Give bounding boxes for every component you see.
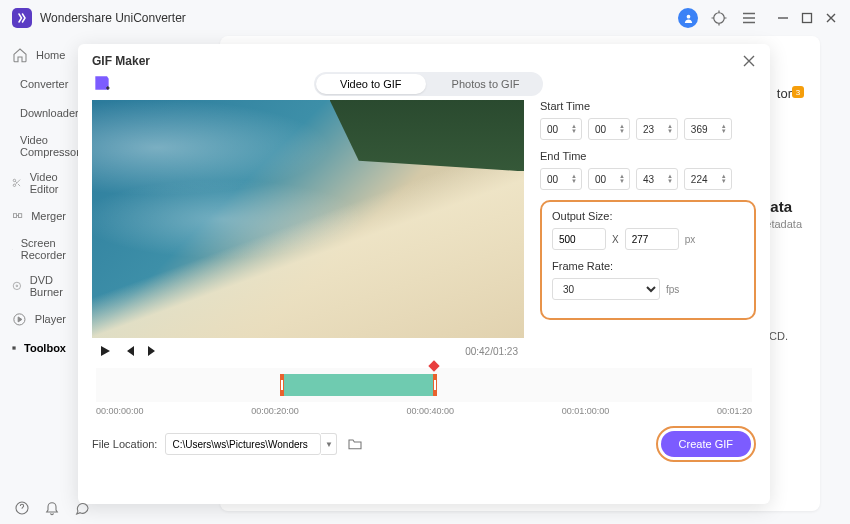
sidebar-label: Toolbox [24,342,66,354]
chevron-down-icon: ▼ [571,129,577,134]
close-icon[interactable] [742,54,756,68]
feedback-icon[interactable] [74,500,90,516]
end-seconds[interactable]: ▲▼ [636,168,678,190]
file-location-input[interactable] [165,433,321,455]
svg-point-1 [714,13,725,24]
gif-maker-modal: GIF Maker Video to GIF Photos to GIF [78,44,770,504]
scissors-icon [12,175,22,191]
sidebar-item-dvd[interactable]: DVD Burner [0,269,78,303]
modal-title: GIF Maker [92,54,150,68]
video-preview[interactable] [92,100,524,338]
start-time-label: Start Time [540,100,756,112]
window-maximize[interactable] [800,11,814,25]
titlebar: Wondershare UniConverter [0,0,850,36]
svg-rect-13 [13,346,14,347]
prev-frame-button[interactable] [122,344,136,358]
svg-point-4 [13,179,15,181]
end-hours[interactable]: ▲▼ [540,168,582,190]
svg-rect-2 [803,14,812,23]
end-time-label: End Time [540,150,756,162]
statusbar [0,492,104,524]
svg-rect-15 [13,348,14,349]
help-icon[interactable] [14,500,30,516]
bg-badge: 3 [792,86,804,98]
sidebar-label: Merger [31,210,66,222]
app-title: Wondershare UniConverter [40,11,186,25]
sidebar-item-home[interactable]: Home [0,42,78,68]
sidebar: Home Converter Downloader Video Compress… [0,36,78,492]
svg-rect-14 [14,346,15,347]
app-logo-icon [12,8,32,28]
window-minimize[interactable] [776,11,790,25]
sidebar-item-player[interactable]: Player [0,306,78,332]
tab-photos-to-gif[interactable]: Photos to GIF [428,72,544,96]
sidebar-item-compressor[interactable]: Video Compressor [0,129,78,163]
create-gif-button[interactable]: Create GIF [661,431,751,457]
bg-text-cd: CD. [769,330,788,342]
end-ms[interactable]: ▲▼ [684,168,732,190]
sidebar-label: Home [36,49,65,61]
sidebar-item-downloader[interactable]: Downloader [0,100,78,126]
recorder-icon [12,241,13,257]
svg-point-0 [686,14,690,18]
sidebar-label: Converter [20,78,68,90]
sidebar-item-recorder[interactable]: Screen Recorder [0,232,78,266]
add-media-button[interactable] [92,73,114,95]
output-size-label: Output Size: [552,210,744,222]
output-width-input[interactable] [552,228,606,250]
start-minutes[interactable]: ▲▼ [588,118,630,140]
svg-point-11 [16,285,18,287]
sidebar-label: DVD Burner [30,274,66,298]
preview-time: 00:42/01:23 [465,346,518,357]
frame-rate-label: Frame Rate: [552,260,744,272]
bell-icon[interactable] [44,500,60,516]
size-x: X [612,234,619,245]
sidebar-item-editor[interactable]: Video Editor [0,166,78,200]
support-icon[interactable] [710,9,728,27]
create-gif-highlight: Create GIF [656,426,756,462]
sidebar-label: Downloader [20,107,79,119]
output-settings-highlight: Output Size: X px Frame Rate: 30 fps [540,200,756,320]
bg-text-etadata: etadata [765,218,802,230]
next-frame-button[interactable] [146,344,160,358]
bg-text-tor: tor [777,86,792,101]
svg-rect-6 [13,214,16,218]
sidebar-item-toolbox[interactable]: Toolbox [0,335,78,361]
toolbox-icon [12,340,16,356]
start-seconds[interactable]: ▲▼ [636,118,678,140]
svg-point-10 [13,282,20,289]
svg-point-5 [13,184,15,186]
file-location-dropdown[interactable]: ▼ [321,433,337,455]
folder-icon[interactable] [347,436,363,452]
end-minutes[interactable]: ▲▼ [588,168,630,190]
timeline[interactable]: 00:00:00:00 00:00:20:00 00:00:40:00 00:0… [92,368,756,416]
tab-video-to-gif[interactable]: Video to GIF [316,74,426,94]
merger-icon [12,208,23,224]
svg-rect-16 [14,348,15,349]
window-close[interactable] [824,11,838,25]
svg-rect-7 [19,214,22,218]
sidebar-label: Screen Recorder [21,237,66,261]
play-icon [12,311,27,327]
sidebar-label: Player [35,313,66,325]
timeline-playhead[interactable] [428,360,439,371]
sidebar-item-converter[interactable]: Converter [0,71,78,97]
menu-icon[interactable] [740,9,758,27]
disc-icon [12,278,22,294]
start-hours[interactable]: ▲▼ [540,118,582,140]
account-avatar[interactable] [678,8,698,28]
sidebar-label: Video Editor [30,171,66,195]
sidebar-item-merger[interactable]: Merger [0,203,78,229]
frame-rate-select[interactable]: 30 [552,278,660,300]
file-location-label: File Location: [92,438,157,450]
sidebar-label: Video Compressor [20,134,80,158]
mode-segmented: Video to GIF Photos to GIF [314,72,543,96]
output-height-input[interactable] [625,228,679,250]
play-button[interactable] [98,344,112,358]
home-icon [12,47,28,63]
start-ms[interactable]: ▲▼ [684,118,732,140]
timeline-ticks: 00:00:00:00 00:00:20:00 00:00:40:00 00:0… [96,406,752,416]
fps-unit: fps [666,284,679,295]
size-unit: px [685,234,696,245]
timeline-selection[interactable] [280,374,437,396]
